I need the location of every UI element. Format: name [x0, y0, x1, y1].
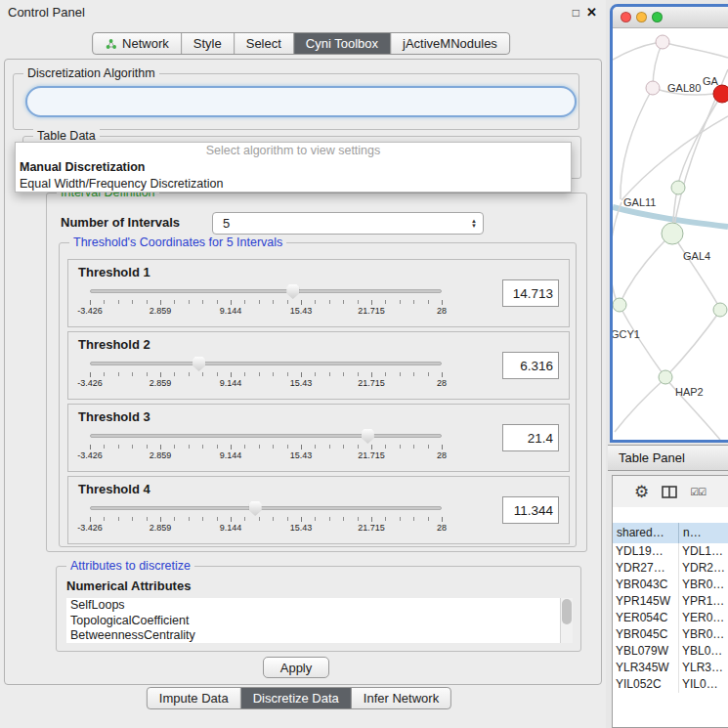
network-node[interactable]	[713, 85, 728, 103]
threshold-slider[interactable]	[90, 501, 442, 516]
network-node-gal4[interactable]	[662, 223, 683, 244]
network-node-gal11[interactable]	[671, 181, 685, 194]
stepper-down-icon: ▼	[471, 224, 477, 229]
stepper-icon[interactable]: ▲ ▼	[471, 219, 477, 229]
tick-mark	[273, 445, 274, 449]
number-of-intervals-label: Number of Intervals	[61, 215, 180, 230]
scrollbar[interactable]	[560, 598, 573, 643]
scale-label: 2.859	[150, 450, 172, 460]
tab-network[interactable]: Network	[93, 33, 182, 54]
network-edge[interactable]	[615, 378, 665, 432]
network-edge[interactable]	[663, 42, 728, 58]
network-edge[interactable]	[666, 311, 720, 376]
threshold-value-field[interactable]: 11.344	[502, 496, 559, 524]
network-node-hap2[interactable]	[659, 370, 672, 384]
scrollbar-thumb[interactable]	[562, 599, 572, 624]
tab-jactivemnodules[interactable]: jActiveMNodules	[391, 33, 509, 54]
tick-mark	[385, 372, 386, 376]
tick-mark	[428, 372, 429, 376]
slider-thumb[interactable]	[362, 429, 374, 444]
zoom-traffic-light-icon[interactable]	[652, 12, 663, 22]
tick-mark	[132, 445, 133, 449]
attribute-item-selfloops[interactable]: SelfLoops	[66, 598, 573, 614]
tick-mark	[104, 445, 105, 449]
tab-impute-data[interactable]: Impute Data	[148, 688, 241, 708]
tick-mark	[343, 300, 344, 304]
tick-mark	[244, 300, 245, 304]
dropdown-option-equal-width-frequency[interactable]: Equal Width/Frequency Discretization	[16, 176, 571, 193]
gear-icon[interactable]: ⚙	[634, 484, 649, 500]
tab-cyni-toolbox[interactable]: Cyni Toolbox	[294, 33, 391, 54]
slider-scale-labels: -3.4262.8599.14415.4321.71528	[90, 450, 442, 461]
slider-thumb[interactable]	[193, 357, 205, 371]
table-panel: ⚙ ☑☑ shared… n… YDL19…YDL1…YDR27…YDR2…YB…	[612, 475, 728, 728]
threshold-value-field[interactable]: 14.713	[502, 279, 559, 307]
threshold-slider[interactable]	[90, 284, 442, 299]
tab-select[interactable]: Select	[235, 33, 294, 54]
tab-label: Impute Data	[159, 691, 229, 706]
network-edge[interactable]	[672, 234, 720, 309]
table-row[interactable]: YBR045CYBR0…	[613, 626, 728, 643]
attribute-item-topologicalcoefficient[interactable]: TopologicalCoefficient	[66, 614, 573, 629]
cell-name: YIL0…	[679, 676, 728, 693]
tick-mark	[90, 300, 91, 305]
select-checkboxes-icon[interactable]: ☑☑	[690, 487, 706, 497]
attribute-item-betweennesscentrality[interactable]: BetweennessCentrality	[66, 628, 573, 643]
numerical-attributes-list[interactable]: SelfLoopsTopologicalCoefficientBetweenne…	[66, 598, 573, 643]
tab-infer-network[interactable]: Infer Network	[352, 688, 450, 708]
network-edge[interactable]	[620, 306, 664, 376]
network-node-gcy1[interactable]	[613, 298, 626, 312]
tick-mark	[217, 445, 218, 449]
float-panel-icon[interactable]: □	[573, 6, 579, 20]
tick-mark	[174, 300, 175, 304]
table-row[interactable]: YDL19…YDL1…	[613, 543, 728, 560]
table-row[interactable]: YLR345WYLR3…	[613, 660, 728, 676]
tick-mark	[385, 300, 386, 304]
columns-icon[interactable]	[662, 486, 677, 498]
cell-name: YBR0…	[679, 577, 728, 593]
table-row[interactable]: YIL052CYIL0…	[613, 676, 728, 693]
cell-name: YDR2…	[679, 560, 728, 577]
slider-thumb[interactable]	[286, 284, 299, 299]
network-node[interactable]	[656, 35, 669, 49]
tick-mark	[400, 517, 401, 521]
network-edge[interactable]	[613, 43, 656, 60]
network-edge[interactable]	[620, 234, 672, 304]
table-row[interactable]: YBR043CYBR0…	[613, 577, 728, 593]
close-traffic-light-icon[interactable]	[621, 12, 631, 22]
table-row[interactable]: YER054CYER0…	[613, 610, 728, 626]
close-icon[interactable]: ✕	[586, 5, 597, 20]
table-row[interactable]: YPR145WYPR1…	[613, 593, 728, 610]
tick-mark	[287, 372, 288, 376]
dropdown-option-manual-discretization[interactable]: Manual Discretization	[16, 159, 571, 176]
threshold-slider[interactable]	[90, 429, 442, 444]
threshold-slider[interactable]	[90, 357, 442, 371]
slider-thumb[interactable]	[249, 501, 262, 516]
number-of-intervals-combobox[interactable]: 5 ▲ ▼	[212, 212, 484, 235]
apply-button[interactable]: Apply	[263, 657, 329, 678]
column-header-shared[interactable]: shared…	[613, 523, 679, 543]
tab-discretize-data[interactable]: Discretize Data	[241, 688, 352, 708]
table-row[interactable]: YDR27…YDR2…	[613, 560, 728, 577]
network-edge[interactable]	[613, 202, 621, 304]
threshold-value-field[interactable]: 6.316	[502, 352, 559, 379]
scale-label: 9.144	[220, 523, 242, 533]
scale-label: 15.43	[290, 523, 313, 533]
tick-mark	[217, 372, 218, 376]
minimize-traffic-light-icon[interactable]	[636, 12, 647, 22]
tab-style[interactable]: Style	[182, 33, 235, 54]
cell-name: YBL0…	[679, 643, 728, 660]
tick-mark	[244, 517, 245, 521]
network-edge[interactable]	[621, 88, 653, 199]
network-canvas[interactable]: GAL80GAL11GAL4GCY1HAP2GA	[613, 29, 728, 440]
table-row[interactable]: YBL079WYBL0…	[613, 643, 728, 660]
column-header-name[interactable]: n…	[679, 523, 728, 543]
threshold-value-field[interactable]: 21.4	[502, 424, 559, 451]
network-node-gal80[interactable]	[646, 81, 660, 95]
tick-mark	[273, 300, 274, 304]
network-view-window[interactable]: GAL80GAL11GAL4GCY1HAP2GA	[610, 4, 728, 443]
algorithm-combobox[interactable]	[25, 86, 577, 117]
network-edge[interactable]	[677, 94, 722, 188]
node-label: GCY1	[613, 328, 640, 340]
network-node[interactable]	[713, 303, 727, 317]
